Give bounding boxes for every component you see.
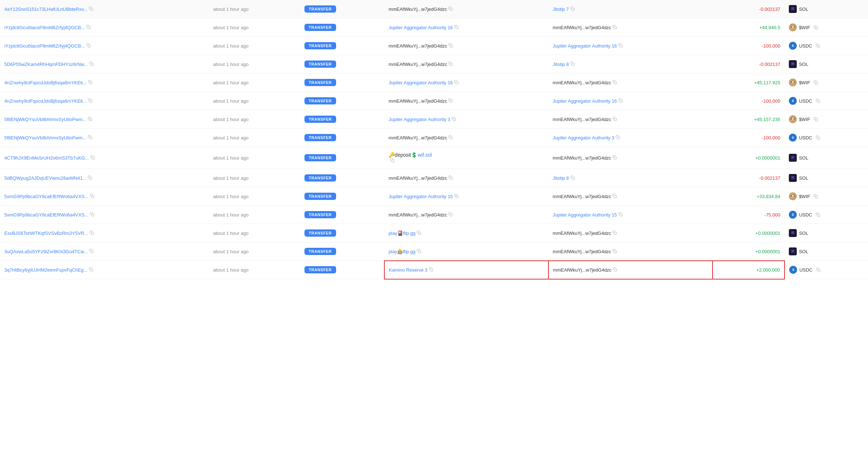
from-address-link[interactable]: Jupiter Aggregator Authority 3 [389, 117, 450, 122]
copy-to-icon[interactable] [612, 155, 617, 160]
tx-hash-link[interactable]: 5dBQWpug2AJDqUEVwnu26arMN41... [4, 175, 86, 181]
copy-from-icon[interactable] [417, 249, 421, 253]
to-address-link[interactable]: Jupiter Aggregator Authority 15 [553, 212, 617, 218]
tx-hash-link[interactable]: 3q7HtBcy6yjiUJHM2eemFspvFqChEg... [4, 267, 87, 273]
tx-hash-link[interactable]: 5xmG9Pp9bcaGY8caEfERWo6a4VXS... [4, 194, 89, 199]
copy-hash-icon[interactable] [89, 267, 93, 272]
to-address: mmEAfWkuYj...w7jedG4dzc [553, 194, 611, 199]
to-address-link[interactable]: Jitotip 8 [553, 175, 569, 181]
copy-from-icon[interactable] [448, 43, 453, 48]
copy-token-icon[interactable] [814, 117, 818, 121]
copy-to-icon[interactable] [570, 175, 575, 180]
to-address-link[interactable]: Jupiter Aggregator Authority 3 [553, 135, 614, 140]
copy-to-icon[interactable] [618, 98, 623, 103]
copy-hash-icon[interactable] [90, 231, 94, 235]
copy-hash-icon[interactable] [90, 194, 94, 198]
copy-hash-icon[interactable] [89, 6, 93, 11]
copy-to-icon[interactable] [612, 117, 617, 121]
tx-hash-link[interactable]: 4aY13SrwS151c73LHafULnUBbteRxv... [4, 6, 87, 12]
copy-from-icon[interactable] [417, 231, 421, 235]
copy-hash-icon[interactable] [88, 98, 92, 103]
tx-hash-link[interactable]: 5f8ENjWkQYsuVb8tAhmxSyUitoPwm... [4, 135, 86, 140]
copy-to-icon[interactable] [612, 249, 617, 253]
to-address: mmEAfWkuYj...w7jedG4dzc [553, 80, 611, 85]
copy-from-icon[interactable] [429, 267, 433, 272]
copy-to-icon[interactable] [618, 212, 623, 216]
tx-hash-link[interactable]: 4CT9hJX9EnMeSrUH2o6mS3Tb7uKG... [4, 155, 89, 161]
transfer-badge: TRANSFER [304, 79, 336, 86]
copy-hash-icon[interactable] [88, 135, 92, 139]
tx-hash-link[interactable]: EsvBJS6TshWTKqfSVSvBzRm3Y5VR... [4, 231, 88, 236]
tx-time: about 1 hour ago [213, 80, 248, 85]
token-cell: $USDC [789, 134, 864, 142]
copy-to-icon[interactable] [612, 231, 617, 235]
copy-token-icon[interactable] [816, 135, 820, 140]
copy-from-icon[interactable] [390, 158, 394, 162]
copy-to-icon[interactable] [618, 43, 623, 48]
copy-hash-icon[interactable] [88, 80, 92, 84]
tx-hash-link[interactable]: 4nZrxehy9ctFqocdJdsBj6sqa6mYKEk... [4, 98, 87, 104]
copy-token-icon[interactable] [816, 44, 820, 48]
tx-time: about 1 hour ago [213, 231, 248, 236]
copy-from-icon[interactable] [452, 117, 456, 121]
copy-hash-icon[interactable] [86, 43, 91, 48]
copy-from-icon[interactable] [454, 25, 458, 29]
from-address-link[interactable]: play🎰flip.gg [389, 249, 416, 254]
copy-hash-icon[interactable] [88, 175, 92, 180]
copy-token-icon[interactable] [816, 268, 820, 272]
from-address-link[interactable]: Jupiter Aggregator Authority 15 [389, 194, 453, 199]
tx-hash-link[interactable]: 3uQAvwLa5o5YFz9iZvr8Khi3Gu4TCw... [4, 249, 88, 254]
copy-hash-icon[interactable] [89, 249, 94, 253]
svg-rect-38 [614, 196, 617, 198]
copy-from-icon[interactable] [448, 135, 453, 139]
copy-to-icon[interactable] [612, 25, 617, 29]
copy-to-icon[interactable] [570, 6, 575, 11]
copy-hash-icon[interactable] [88, 117, 92, 121]
copy-hash-icon[interactable] [90, 212, 94, 216]
copy-token-icon[interactable] [816, 99, 820, 103]
svg-rect-43 [817, 214, 820, 217]
to-address-link[interactable]: Jupiter Aggregator Authority 16 [553, 98, 617, 104]
to-address-link[interactable]: Jitotip 8 [553, 62, 569, 67]
copy-hash-icon[interactable] [89, 62, 94, 66]
token-cell: SOL [789, 229, 864, 237]
copy-from-icon[interactable] [454, 194, 458, 198]
copy-token-icon[interactable] [814, 194, 818, 198]
copy-from-icon[interactable] [448, 62, 453, 66]
table-row: 5f8ENjWkQYsuVb8tAhmxSyUitoPwm...about 1 … [0, 129, 868, 147]
tx-amount: +0.0000001 [755, 249, 780, 254]
tx-hash-link[interactable]: 5D6P55wZKam4RhHqmPDHYsz6rNw... [4, 62, 88, 67]
tx-hash-link[interactable]: 5xmG9Pp9bcaGY8caEfERWo6a4VXS... [4, 212, 89, 218]
copy-to-icon[interactable] [570, 62, 575, 66]
to-address-link[interactable]: Jupiter Aggregator Authority 16 [553, 43, 617, 49]
copy-hash-icon[interactable] [86, 25, 91, 29]
copy-hash-icon[interactable] [90, 155, 95, 160]
copy-token-icon[interactable] [816, 213, 820, 217]
table-row: 3uQAvwLa5o5YFz9iZvr8Khi3Gu4TCw...about 1… [0, 242, 868, 261]
from-address-link[interactable]: Jupiter Aggregator Authority 16 [389, 25, 453, 30]
copy-to-icon[interactable] [616, 135, 620, 139]
svg-rect-41 [450, 214, 453, 216]
copy-token-icon[interactable] [814, 80, 818, 85]
copy-to-icon[interactable] [612, 80, 617, 84]
tx-amount: +0.0000001 [755, 155, 780, 161]
copy-from-icon[interactable] [448, 6, 453, 11]
wif-sol-link[interactable]: wif.sol [418, 152, 432, 158]
copy-from-icon[interactable] [454, 80, 458, 84]
copy-from-icon[interactable] [448, 212, 453, 216]
copy-token-icon[interactable] [814, 25, 818, 30]
copy-from-icon[interactable] [448, 98, 453, 103]
from-address-link[interactable]: Jupiter Aggregator Authority 16 [389, 80, 453, 85]
token-label: USDC [799, 212, 812, 218]
copy-to-icon[interactable] [613, 267, 617, 272]
to-address-link[interactable]: Jitotip 7 [553, 6, 569, 12]
token-cell: SOL [789, 154, 864, 162]
tx-hash-link[interactable]: 5f8ENjWkQYsuVb8tAhmxSyUitoPwm... [4, 117, 86, 122]
tx-hash-link[interactable]: iYzjdcttGcu6tacoP9mM6Zrfyj4QGCB... [4, 43, 85, 49]
from-address-link[interactable]: play🎴flip.gg [389, 231, 416, 236]
copy-from-icon[interactable] [448, 175, 453, 180]
tx-hash-link[interactable]: 4nZrxehy9ctFqocdJdsBj6sqa6mYKEk... [4, 80, 87, 85]
copy-to-icon[interactable] [612, 194, 617, 198]
from-address-link[interactable]: Kamino Reserve 3 [389, 267, 428, 273]
tx-hash-link[interactable]: iYzjdcttGcu6tacoP9mM6Zrfyj4QGCB... [4, 25, 85, 30]
